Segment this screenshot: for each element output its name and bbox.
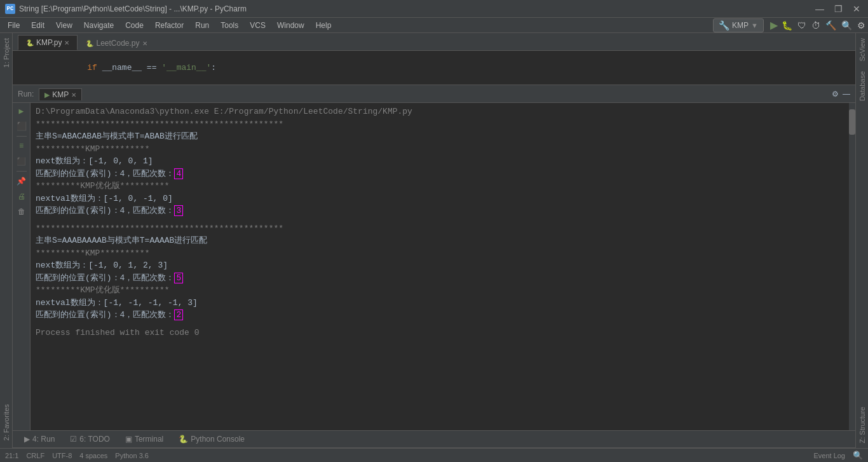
- output-nextval-arr1: nextval数组为：[-1, 0, -1, 0]: [36, 193, 844, 205]
- python-console-icon: 🐍: [179, 435, 188, 444]
- minimize-button[interactable]: —: [813, 4, 827, 14]
- center-column: 🐍 KMP.py ✕ 🐍 LeetCode.py ✕ if __name__ =…: [13, 33, 855, 448]
- output-stars2: **********KMP**********: [36, 143, 844, 156]
- run-button[interactable]: ▶: [770, 19, 778, 31]
- coverage-button[interactable]: 🛡: [797, 20, 806, 31]
- profile-button[interactable]: ⏱: [811, 20, 820, 31]
- settings-button[interactable]: ⚙: [857, 20, 865, 31]
- bottom-tab-python-console[interactable]: 🐍 Python Console: [172, 433, 251, 445]
- run-section: Run: ▶ KMP ✕ ⚙ — ▶ ⬛: [13, 85, 855, 430]
- run-tab-icon: ▶: [24, 435, 30, 444]
- bottom-tool-tabs: ▶ 4: Run ☑ 6: TODO ▣ Terminal 🐍 Python C…: [13, 430, 855, 448]
- run-rerun-button[interactable]: ≡: [15, 139, 29, 153]
- status-crlf[interactable]: CRLF: [26, 452, 44, 459]
- sidebar-structure[interactable]: Z: Structure: [857, 402, 867, 448]
- output-console[interactable]: D:\ProgramData\Anaconda3\python.exe E:/P…: [31, 103, 849, 430]
- output-match4-num: 2: [174, 309, 183, 320]
- tab-kmp-py[interactable]: 🐍 KMP.py ✕: [18, 35, 78, 50]
- output-next-arr2: next数组为：[-1, 0, 1, 2, 3]: [36, 259, 844, 272]
- app-icon: PC: [5, 4, 15, 14]
- run-label: Run:: [18, 90, 34, 99]
- run-controls: ▶ ⬛ ≡ ⬛ 📌 🖨 🗑: [13, 103, 31, 430]
- menubar: File Edit View Navigate Code Refactor Ru…: [0, 18, 868, 33]
- run-pin-button[interactable]: ⬛: [15, 154, 29, 168]
- run-settings-icon[interactable]: ⚙: [832, 90, 839, 99]
- menu-tools[interactable]: Tools: [215, 20, 243, 31]
- menu-window[interactable]: Window: [272, 20, 309, 31]
- sidebar-tab-project[interactable]: 1: Project: [1, 33, 11, 72]
- status-indent[interactable]: 4 spaces: [79, 452, 107, 459]
- tab-kmp-label: KMP.py: [36, 38, 62, 47]
- menu-refactor[interactable]: Refactor: [150, 20, 189, 31]
- build-button[interactable]: 🔨: [825, 20, 836, 31]
- output-stars6: *********KMP优化版**********: [36, 284, 844, 297]
- run-config-selector[interactable]: 🔧 KMP ▼: [713, 18, 764, 32]
- run-header: Run: ▶ KMP ✕ ⚙ —: [13, 85, 855, 103]
- tab-leetcode-py[interactable]: 🐍 LeetCode.py ✕: [78, 36, 155, 50]
- output-stars3: *********KMP优化版**********: [36, 180, 844, 193]
- run-pin2-button[interactable]: 📌: [15, 174, 29, 188]
- tab-leetcode-close[interactable]: ✕: [142, 40, 147, 47]
- bottom-tab-terminal[interactable]: ▣ Terminal: [119, 433, 170, 445]
- tab-kmp-close[interactable]: ✕: [64, 39, 69, 46]
- titlebar: PC String [E:\Program\Python\LeetCode\St…: [0, 0, 868, 18]
- python-console-text: Python Console: [191, 435, 245, 444]
- menu-file[interactable]: File: [3, 20, 25, 31]
- sidebar-tab-favorites[interactable]: 2: Favorites: [1, 399, 11, 445]
- run-play-button[interactable]: ▶: [15, 104, 29, 118]
- output-match1-num: 4: [174, 168, 183, 179]
- titlebar-left: PC String [E:\Program\Python\LeetCode\St…: [5, 4, 247, 14]
- run-clear-button[interactable]: 🗑: [15, 205, 29, 219]
- run-tab-kmp[interactable]: ▶ KMP ✕: [39, 88, 82, 100]
- output-stars5: **********KMP**********: [36, 247, 844, 260]
- todo-tab-text: 6: TODO: [79, 435, 110, 444]
- tabs-row: 🐍 KMP.py ✕ 🐍 LeetCode.py ✕: [13, 33, 855, 51]
- terminal-tab-text: Terminal: [135, 435, 163, 444]
- code-editor[interactable]: if __name__ == '__main__':: [13, 51, 855, 85]
- sidebar-scview[interactable]: ScView: [857, 33, 867, 66]
- output-finish-line: Process finished with exit code 0: [36, 327, 844, 339]
- status-encoding[interactable]: UTF-8: [52, 452, 72, 459]
- output-match4: 匹配到的位置(索引)：4，匹配次数：2: [36, 309, 844, 322]
- tab-leetcode-label: LeetCode.py: [96, 39, 139, 48]
- search-button[interactable]: 🔍: [841, 20, 852, 31]
- bottom-tab-run[interactable]: ▶ 4: Run: [18, 433, 61, 445]
- run-stop-button[interactable]: ⬛: [15, 119, 29, 133]
- menu-view[interactable]: View: [51, 20, 78, 31]
- menu-vcs[interactable]: VCS: [245, 20, 271, 31]
- output-blank2: [36, 322, 844, 327]
- status-python[interactable]: Python 3.6: [115, 452, 149, 459]
- run-close-icon[interactable]: —: [843, 90, 850, 99]
- output-match3: 匹配到的位置(索引)：4，匹配次数：5: [36, 272, 844, 285]
- run-tab-label: KMP: [52, 90, 69, 99]
- menu-edit[interactable]: Edit: [26, 20, 50, 31]
- output-stars4: ****************************************…: [36, 222, 844, 235]
- bottom-tab-todo[interactable]: ☑ 6: TODO: [64, 433, 116, 445]
- run-print-button[interactable]: 🖨: [15, 189, 29, 203]
- statusbar: 21:1 CRLF UTF-8 4 spaces Python 3.6 Even…: [0, 448, 868, 462]
- output-stars1: ****************************************…: [36, 118, 844, 131]
- menu-run[interactable]: Run: [190, 20, 214, 31]
- scrollbar-track[interactable]: [849, 103, 855, 430]
- output-cmd-line: D:\ProgramData\Anaconda3\python.exe E:/P…: [36, 105, 844, 118]
- menu-code[interactable]: Code: [120, 20, 149, 31]
- menu-navigate[interactable]: Navigate: [79, 20, 119, 31]
- status-line-col: 21:1: [5, 452, 18, 459]
- maximize-button[interactable]: ❐: [832, 4, 845, 14]
- scrollbar-thumb[interactable]: [849, 109, 855, 135]
- code-line-1: if __name__ == '__main__':: [18, 63, 216, 82]
- output-blank1: [36, 217, 844, 222]
- titlebar-controls: — ❐ ✕: [813, 4, 863, 14]
- sidebar-database[interactable]: Database: [857, 66, 867, 106]
- terminal-tab-icon: ▣: [125, 435, 132, 444]
- status-event-log[interactable]: Event Log: [813, 452, 845, 459]
- output-next-arr1: next数组为：[-1, 0, 0, 1]: [36, 155, 844, 168]
- output-match1: 匹配到的位置(索引)：4，匹配次数：4: [36, 168, 844, 180]
- menu-help[interactable]: Help: [311, 20, 337, 31]
- run-tab-close[interactable]: ✕: [71, 92, 76, 99]
- debug-button[interactable]: 🐛: [782, 20, 792, 31]
- todo-tab-icon: ☑: [70, 435, 77, 444]
- search-icon[interactable]: 🔍: [853, 451, 863, 460]
- close-button[interactable]: ✕: [850, 4, 863, 14]
- run-tab-text: 4: Run: [32, 435, 55, 444]
